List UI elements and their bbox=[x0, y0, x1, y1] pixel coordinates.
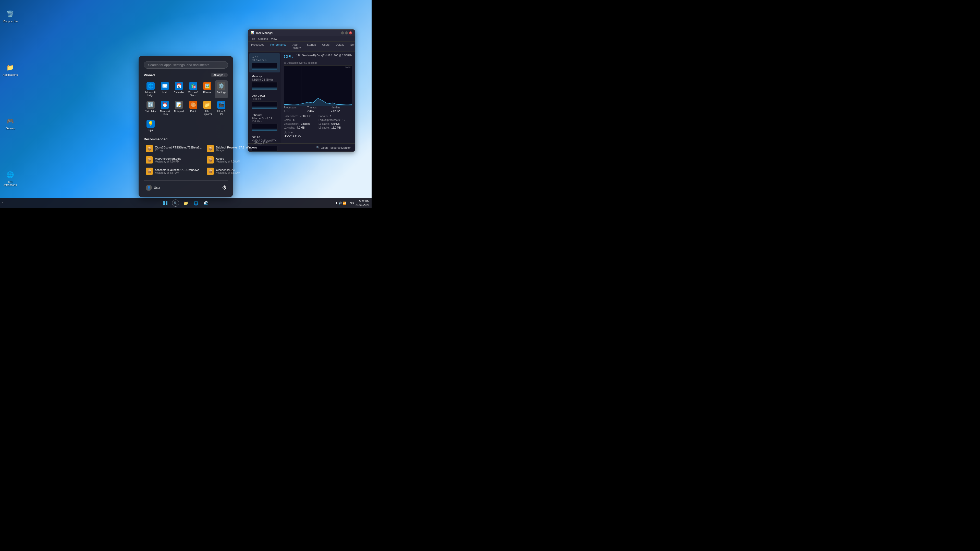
tm-tab-app-history[interactable]: App history bbox=[290, 41, 304, 51]
tm-sidebar: CPU 5% 3.45 GHz Memory 4.8/15.9 GB (30%)… bbox=[248, 52, 281, 143]
settings-icon: ⚙️ bbox=[217, 82, 225, 90]
desktop-icon-games[interactable]: 🎮 Games bbox=[1, 116, 19, 131]
Ethernet-mini-graph bbox=[251, 124, 277, 131]
benchmark-time: Yesterday at 6:57 AM bbox=[155, 171, 199, 174]
tm-sidebar-cpu[interactable]: CPU 5% 3.45 GHz bbox=[249, 53, 280, 73]
games-label: Games bbox=[2, 127, 18, 130]
tm-tab-processes[interactable]: Processes bbox=[248, 41, 267, 51]
pinned-app-films[interactable]: 🎬 Films & TV bbox=[215, 99, 228, 117]
pinned-app-file-explorer[interactable]: 📁 File Explorer bbox=[200, 99, 213, 117]
desktop-icon-ms-attractions[interactable]: 🌐 MS Attractions bbox=[1, 169, 19, 187]
tm-tab-performance[interactable]: Performance bbox=[267, 41, 290, 51]
l2-label: L2 cache: bbox=[284, 126, 295, 129]
open-resource-monitor-button[interactable]: 🔍 Open Resource Monitor bbox=[315, 145, 352, 150]
rec-item-msi[interactable]: 📦 MSIAfterburnerSetup Yesterday at 4:36 … bbox=[144, 155, 204, 165]
tm-tab-services[interactable]: Services bbox=[347, 41, 355, 51]
tm-tab-users[interactable]: Users bbox=[319, 41, 332, 51]
tm-tab-details[interactable]: Details bbox=[332, 41, 347, 51]
cinebench-icon: 📦 bbox=[207, 168, 214, 175]
tm-minimize-button[interactable]: ─ bbox=[341, 32, 344, 35]
start-button[interactable] bbox=[161, 198, 170, 208]
adobe-icon: 📦 bbox=[207, 156, 214, 164]
desktop-icon-applications[interactable]: 📁 Applications bbox=[1, 62, 19, 77]
taskbar-edge-button[interactable]: 🌊 bbox=[202, 198, 211, 208]
pinned-app-tips[interactable]: 💡 Tips bbox=[144, 118, 157, 133]
applications-label: Applications bbox=[2, 73, 18, 76]
tm-tab-startup[interactable]: Startup bbox=[304, 41, 319, 51]
search-button[interactable]: 🔍 bbox=[171, 198, 180, 208]
rec-item-cinebench[interactable]: 📦 CinebenchR23 Yesterday at 6:33 AM bbox=[205, 166, 259, 176]
tm-cpu-title: CPU bbox=[284, 54, 293, 59]
taskbar-chrome-button[interactable]: 🌐 bbox=[191, 198, 200, 208]
photos-name: Photos bbox=[203, 91, 211, 94]
rec-item-adobe[interactable]: 📦 Adobe Yesterday at 7:00 AM bbox=[205, 155, 259, 165]
rec-item-davinci[interactable]: 📦 DaVinci_Resolve_17.2_Windows 2h ago bbox=[205, 144, 259, 154]
tm-menu-view[interactable]: View bbox=[271, 37, 277, 40]
calendar-name: Calendar bbox=[174, 91, 184, 94]
virt-label: Virtualization: bbox=[284, 122, 299, 125]
ms-store-name: Microsoft Store bbox=[188, 91, 199, 97]
tm-logical-row: Logical processors: 16 bbox=[318, 119, 352, 121]
tm-body: CPU 5% 3.45 GHz Memory 4.8/15.9 GB (30%)… bbox=[248, 52, 355, 143]
pinned-label: Pinned bbox=[144, 73, 155, 77]
pinned-app-settings[interactable]: ⚙️ Settings bbox=[215, 80, 228, 98]
davinci-info: DaVinci_Resolve_17.2_Windows 2h ago bbox=[216, 146, 257, 152]
current-date: 21/06/2021 bbox=[355, 203, 369, 206]
rec-item-guru3d[interactable]: 📦 [Guru3Dcom]-RTSSSetup732Beta2... 22h a… bbox=[144, 144, 204, 154]
benchmark-icon: 📦 bbox=[146, 168, 153, 175]
guru3d-info: [Guru3Dcom]-RTSSSetup732Beta2... 22h ago bbox=[155, 146, 202, 152]
l2-value: 4.0 MB bbox=[297, 126, 305, 129]
recommended-section: Recommended 📦 [Guru3Dcom]-RTSSSetup732Be… bbox=[144, 137, 228, 176]
taskbar-center: 🔍 📁 🌐 🌊 bbox=[161, 198, 211, 208]
pinned-app-alarms[interactable]: ⏰ Alarms & Clock bbox=[158, 99, 171, 117]
power-button[interactable]: ⏻ bbox=[221, 184, 228, 191]
tm-maximize-button[interactable]: □ bbox=[345, 32, 348, 35]
rec-item-benchmark[interactable]: 📦 benchmark-launcher-2.0.4-windows Yeste… bbox=[144, 166, 204, 176]
tips-icon: 💡 bbox=[146, 120, 155, 128]
pinned-app-notepad[interactable]: 📝 Notepad bbox=[172, 99, 185, 117]
tm-sidebar-ethernet[interactable]: Ethernet Ethernet S: 48.0 R: 216 Kbps bbox=[249, 111, 280, 133]
start-search-input[interactable] bbox=[144, 61, 228, 68]
user-button[interactable]: 👤 User bbox=[144, 184, 162, 192]
tm-menu-file[interactable]: File bbox=[251, 37, 255, 40]
pinned-app-calendar[interactable]: 📅 Calendar bbox=[172, 80, 185, 98]
desktop-icon-recycle-bin[interactable]: 🗑️ Recycle Bin bbox=[1, 8, 19, 24]
l1-value: 640 KB bbox=[331, 122, 340, 125]
tm-tabs: ProcessesPerformanceApp historyStartupUs… bbox=[248, 41, 355, 52]
pinned-app-paint[interactable]: 🎨 Paint bbox=[186, 99, 200, 117]
Ethernet-sidebar-val: Ethernet S: 48.0 R: 216 Kbps bbox=[251, 117, 277, 123]
calculator-icon: 🔢 bbox=[146, 101, 155, 109]
guru3d-icon: 📦 bbox=[146, 145, 153, 152]
tm-close-button[interactable]: × bbox=[349, 32, 352, 35]
pinned-app-edge[interactable]: 🌐 Microsoft Edge bbox=[144, 80, 157, 98]
Ethernet-mini-graph-line bbox=[252, 128, 277, 131]
tm-sidebar-memory[interactable]: Memory 4.8/15.9 GB (30%) bbox=[249, 73, 280, 92]
Memory-sidebar-name: Memory bbox=[251, 75, 277, 78]
recommended-list: 📦 [Guru3Dcom]-RTSSSetup732Beta2... 22h a… bbox=[144, 144, 228, 176]
pinned-app-calculator[interactable]: 🔢 Calculator bbox=[144, 99, 157, 117]
sockets-label: Sockets: bbox=[318, 115, 328, 118]
taskbar-file-explorer-button[interactable]: 📁 bbox=[181, 198, 190, 208]
tm-detail-stats: Base speed: 2.50 GHz Sockets: 1 Cores: 8… bbox=[284, 115, 352, 129]
current-time: 5:22 PM bbox=[355, 200, 369, 203]
pinned-app-ms-store[interactable]: 🛍️ Microsoft Store bbox=[186, 80, 200, 98]
Disk 0 (C:)-mini-graph-line bbox=[252, 106, 277, 109]
tm-menu-options[interactable]: Options bbox=[258, 37, 268, 40]
guru3d-name: [Guru3Dcom]-RTSSSetup732Beta2... bbox=[155, 146, 202, 149]
l3-value: 16.0 MB bbox=[331, 126, 341, 129]
tm-sidebar-disk-0-(c:)[interactable]: Disk 0 (C:) SSD 1% bbox=[249, 92, 280, 111]
clock[interactable]: 5:22 PM 21/06/2021 bbox=[355, 200, 369, 207]
pinned-app-photos[interactable]: 🖼️ Photos bbox=[200, 80, 213, 98]
pinned-app-mail[interactable]: ✉️ Mail bbox=[158, 80, 171, 98]
GPU 0-sidebar-name: GPU 0 bbox=[251, 136, 277, 139]
tm-utilization-row: Base speed: 2.50 GHz bbox=[284, 115, 318, 118]
all-apps-button[interactable]: All apps › bbox=[211, 73, 228, 77]
tm-title: 📊 Task Manager bbox=[251, 31, 273, 35]
notepad-icon: 📝 bbox=[175, 101, 183, 109]
tm-cpu-header: CPU 11th Gen Intel(R) Core(TM) i7-11700 … bbox=[284, 54, 352, 59]
edge-name: Microsoft Edge bbox=[145, 91, 156, 97]
tm-l2-row: L2 cache: 4.0 MB bbox=[284, 126, 318, 129]
games-icon: 🎮 bbox=[6, 117, 15, 126]
pinned-section: Pinned All apps › 🌐 Microsoft Edge ✉️ Ma… bbox=[144, 73, 228, 133]
CPU-mini-graph-line bbox=[252, 67, 277, 70]
